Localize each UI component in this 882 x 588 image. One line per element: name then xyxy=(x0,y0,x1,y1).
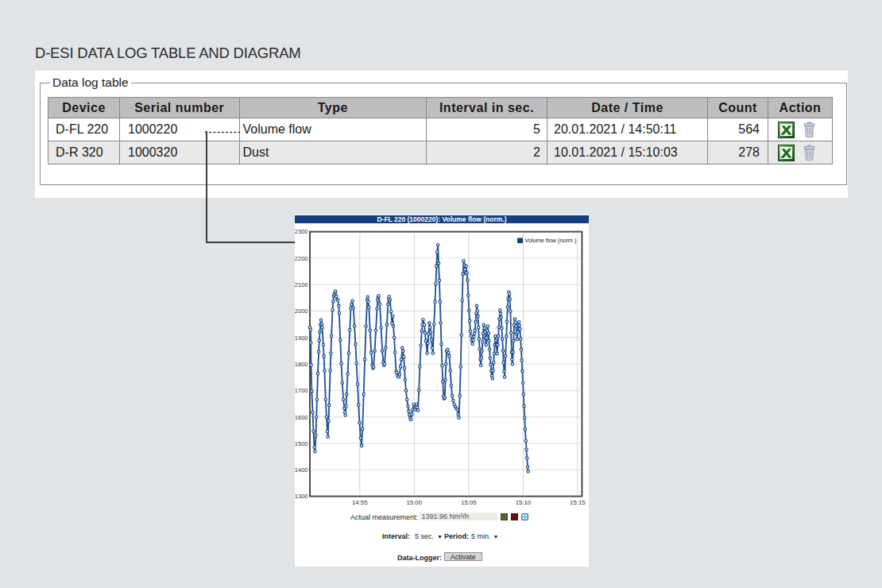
svg-text:1900: 1900 xyxy=(295,335,308,342)
svg-text:2000: 2000 xyxy=(295,308,308,315)
svg-text:1400: 1400 xyxy=(295,466,308,474)
svg-text:2100: 2100 xyxy=(295,281,308,288)
svg-text:15:05: 15:05 xyxy=(461,499,477,506)
svg-text:1300: 1300 xyxy=(295,493,308,500)
svg-text:1500: 1500 xyxy=(295,440,308,447)
svg-text:15:15: 15:15 xyxy=(570,499,586,506)
svg-text:1600: 1600 xyxy=(295,414,308,421)
svg-text:15:00: 15:00 xyxy=(407,499,423,506)
svg-text:15:10: 15:10 xyxy=(516,499,532,506)
svg-text:2300: 2300 xyxy=(295,228,308,235)
svg-text:14:55: 14:55 xyxy=(352,499,368,506)
svg-text:1800: 1800 xyxy=(295,361,308,368)
svg-text:1700: 1700 xyxy=(295,387,308,394)
svg-text:2200: 2200 xyxy=(295,255,308,262)
svg-text:Volume flow (norm.): Volume flow (norm.) xyxy=(525,237,577,244)
